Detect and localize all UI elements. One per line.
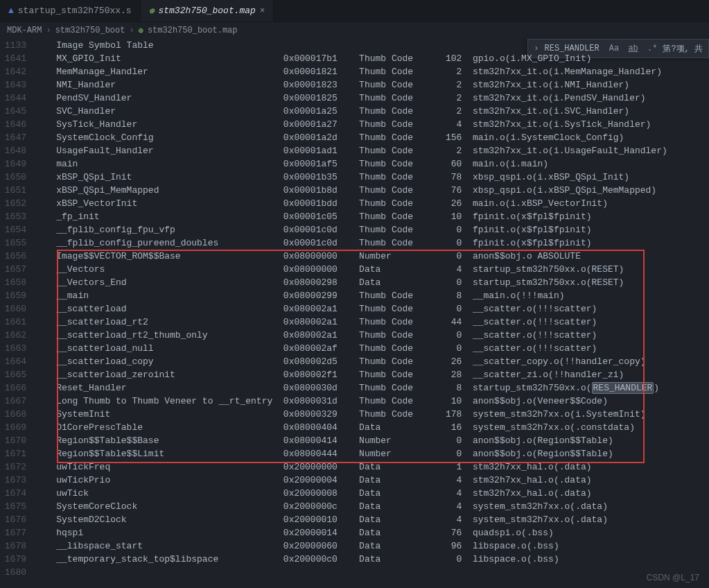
code-text: hqspi 0x20000014 Data 76 quadspi.o(.bss): [35, 526, 709, 539]
tab-label: stm32h750_boot.map: [158, 6, 255, 16]
code-text: Reset_Handler 0x0800030d Thumb Code 8 st…: [35, 381, 709, 395]
code-line[interactable]: 1644 PendSV_Handler 0x00001825 Thumb Cod…: [0, 92, 709, 105]
code-text: xBSP_QSpi_Init 0x00001b35 Thumb Code 78 …: [35, 171, 709, 184]
code-line[interactable]: 1669 D1CorePrescTable 0x08000404 Data 16…: [0, 421, 709, 434]
line-number: 1660: [0, 302, 35, 315]
line-number: 1672: [0, 460, 35, 474]
code-line[interactable]: 1649 main 0x00001af5 Thumb Code 60 main.…: [0, 157, 709, 171]
code-text: main 0x00001af5 Thumb Code 60 main.o(i.m…: [35, 157, 709, 171]
line-number: 1679: [0, 553, 35, 566]
line-number: 1656: [0, 250, 35, 263]
close-icon[interactable]: ×: [260, 6, 265, 16]
code-text: __scatterload_rt2_thumb_only 0x080002a1 …: [35, 329, 709, 342]
tab-bootmap[interactable]: ⊕ stm32h750_boot.map ×: [141, 0, 274, 21]
code-line[interactable]: 1647 SystemClock_Config 0x00001a2d Thumb…: [0, 131, 709, 144]
code-line[interactable]: 1653 _fp_init 0x00001c05 Thumb Code 10 f…: [0, 210, 709, 223]
code-line[interactable]: 1133 Image Symbol Table: [0, 39, 709, 52]
breadcrumb-seg[interactable]: stm32h750_boot: [55, 26, 125, 35]
code-text: xBSP_VectorInit 0x00001bdd Thumb Code 26…: [35, 197, 709, 210]
code-text: Region$$Table$$Limit 0x08000444 Number 0…: [35, 447, 709, 460]
line-number: 1674: [0, 487, 35, 500]
code-line[interactable]: 1664 __scatterload_copy 0x080002d5 Thumb…: [0, 355, 709, 368]
code-line[interactable]: 1671 Region$$Table$$Limit 0x08000444 Num…: [0, 447, 709, 460]
code-text: __main 0x08000299 Thumb Code 8 __main.o(…: [35, 289, 709, 302]
tab-startup[interactable]: ▲ startup_stm32h750xx.s: [0, 0, 141, 21]
line-number: 1650: [0, 171, 35, 184]
code-text: xBSP_QSpi_MemMapped 0x00001b8d Thumb Cod…: [35, 184, 709, 197]
line-number: 1676: [0, 513, 35, 526]
line-number: 1645: [0, 105, 35, 118]
code-line[interactable]: 1676 SystemD2Clock 0x20000010 Data 4 sys…: [0, 513, 709, 526]
line-number: 1651: [0, 184, 35, 197]
code-line[interactable]: 1659 __main 0x08000299 Thumb Code 8 __ma…: [0, 289, 709, 302]
line-number: 1654: [0, 223, 35, 236]
code-line[interactable]: 1642 MemManage_Handler 0x00001821 Thumb …: [0, 65, 709, 78]
code-text: uwTickFreq 0x20000000 Data 1 stm32h7xx_h…: [35, 460, 709, 474]
line-number: 1648: [0, 144, 35, 157]
code-line[interactable]: 1657 __Vectors 0x08000000 Data 4 startup…: [0, 263, 709, 276]
code-text: SystemClock_Config 0x00001a2d Thumb Code…: [35, 131, 709, 144]
code-text: D1CorePrescTable 0x08000404 Data 16 syst…: [35, 421, 709, 434]
code-text: __scatterload_rt2 0x080002a1 Thumb Code …: [35, 315, 709, 329]
code-line[interactable]: 1663 __scatterload_null 0x080002af Thumb…: [0, 342, 709, 355]
code-line[interactable]: 1655 __fplib_config_pureend_doubles 0x00…: [0, 236, 709, 250]
code-line[interactable]: 1677 hqspi 0x20000014 Data 76 quadspi.o(…: [0, 526, 709, 539]
code-line[interactable]: 1672 uwTickFreq 0x20000000 Data 1 stm32h…: [0, 460, 709, 474]
code-line[interactable]: 1651 xBSP_QSpi_MemMapped 0x00001b8d Thum…: [0, 184, 709, 197]
code-text: __scatterload_zeroinit 0x080002f1 Thumb …: [35, 368, 709, 381]
editor-pane[interactable]: 1133 Image Symbol Table1641 MX_GPIO_Init…: [0, 39, 709, 588]
code-line[interactable]: 1648 UsageFault_Handler 0x00001ad1 Thumb…: [0, 144, 709, 157]
code-line[interactable]: 1658 __Vectors_End 0x08000298 Data 0 sta…: [0, 276, 709, 289]
code-line[interactable]: 1665 __scatterload_zeroinit 0x080002f1 T…: [0, 368, 709, 381]
code-line[interactable]: 1667 Long Thumb to Thumb Veneer to __rt_…: [0, 395, 709, 408]
code-line[interactable]: 1666 Reset_Handler 0x0800030d Thumb Code…: [0, 381, 709, 395]
code-text: PendSV_Handler 0x00001825 Thumb Code 2 s…: [35, 92, 709, 105]
code-line[interactable]: 1675 SystemCoreClock 0x2000000c Data 4 s…: [0, 500, 709, 513]
code-line[interactable]: 1656 Image$$VECTOR_ROM$$Base 0x08000000 …: [0, 250, 709, 263]
code-line[interactable]: 1674 uwTick 0x20000008 Data 4 stm32h7xx_…: [0, 487, 709, 500]
code-line[interactable]: 1650 xBSP_QSpi_Init 0x00001b35 Thumb Cod…: [0, 171, 709, 184]
code-line[interactable]: 1641 MX_GPIO_Init 0x000017b1 Thumb Code …: [0, 52, 709, 65]
code-line[interactable]: 1645 SVC_Handler 0x00001a25 Thumb Code 2…: [0, 105, 709, 118]
code-line[interactable]: 1680: [0, 566, 709, 579]
code-line[interactable]: 1678 __libspace_start 0x20000060 Data 96…: [0, 539, 709, 553]
code-line[interactable]: 1661 __scatterload_rt2 0x080002a1 Thumb …: [0, 315, 709, 329]
line-number: 1668: [0, 408, 35, 421]
code-line[interactable]: 1643 NMI_Handler 0x00001823 Thumb Code 2…: [0, 78, 709, 92]
code-text: SystemCoreClock 0x2000000c Data 4 system…: [35, 500, 709, 513]
code-line[interactable]: 1670 Region$$Table$$Base 0x08000414 Numb…: [0, 434, 709, 447]
code-line[interactable]: 1662 __scatterload_rt2_thumb_only 0x0800…: [0, 329, 709, 342]
line-number: 1669: [0, 421, 35, 434]
line-number: 1678: [0, 539, 35, 553]
code-text: SVC_Handler 0x00001a25 Thumb Code 2 stm3…: [35, 105, 709, 118]
code-text: UsageFault_Handler 0x00001ad1 Thumb Code…: [35, 144, 709, 157]
line-number: 1643: [0, 78, 35, 92]
code-line[interactable]: 1673 uwTickPrio 0x20000004 Data 4 stm32h…: [0, 474, 709, 487]
code-line[interactable]: 1679 __temporary_stack_top$libspace 0x20…: [0, 553, 709, 566]
line-number: 1666: [0, 381, 35, 395]
code-text: Image$$VECTOR_ROM$$Base 0x08000000 Numbe…: [35, 250, 709, 263]
code-line[interactable]: 1654 __fplib_config_fpu_vfp 0x00001c0d T…: [0, 223, 709, 236]
breadcrumb-seg[interactable]: stm32h750_boot.map: [148, 26, 238, 35]
code-text: SystemD2Clock 0x20000010 Data 4 system_s…: [35, 513, 709, 526]
code-line[interactable]: 1652 xBSP_VectorInit 0x00001bdd Thumb Co…: [0, 197, 709, 210]
code-line[interactable]: 1668 SystemInit 0x08000329 Thumb Code 17…: [0, 408, 709, 421]
line-number: 1670: [0, 434, 35, 447]
line-number: 1680: [0, 566, 35, 579]
breadcrumb[interactable]: MDK-ARM › stm32h750_boot › ⊕ stm32h750_b…: [0, 22, 709, 39]
watermark: CSDN @L_17: [647, 573, 699, 582]
code-text: __scatterload_copy 0x080002d5 Thumb Code…: [35, 355, 709, 368]
line-number: 1671: [0, 447, 35, 460]
file-icon: ⊕: [139, 26, 143, 36]
code-text: NMI_Handler 0x00001823 Thumb Code 2 stm3…: [35, 78, 709, 92]
line-number: 1658: [0, 276, 35, 289]
code-text: __fplib_config_fpu_vfp 0x00001c0d Thumb …: [35, 223, 709, 236]
code-line[interactable]: 1646 SysTick_Handler 0x00001a27 Thumb Co…: [0, 118, 709, 131]
breadcrumb-seg[interactable]: MDK-ARM: [7, 26, 42, 35]
tabs-bar: ▲ startup_stm32h750xx.s ⊕ stm32h750_boot…: [0, 0, 709, 22]
code-text: MX_GPIO_Init 0x000017b1 Thumb Code 102 g…: [35, 52, 709, 65]
line-number: 1655: [0, 236, 35, 250]
code-line[interactable]: 1660 __scatterload 0x080002a1 Thumb Code…: [0, 302, 709, 315]
line-number: 1642: [0, 65, 35, 78]
line-number: 1652: [0, 197, 35, 210]
